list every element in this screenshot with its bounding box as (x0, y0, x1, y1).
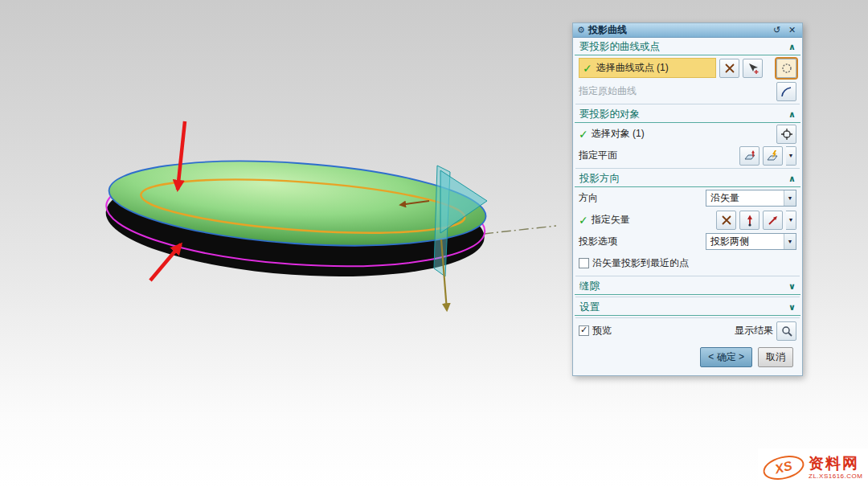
plane-flash-icon (767, 149, 780, 162)
section-header-settings[interactable]: 设置 ∨ (575, 299, 800, 316)
section-header-curves[interactable]: 要投影的曲线或点 ∧ (575, 39, 800, 55)
vector-options-dropdown[interactable]: ▼ (786, 211, 796, 230)
curve-rule-icon (780, 62, 793, 75)
cross-arrows-icon (720, 214, 733, 227)
projection-option-label: 投影选项 (579, 235, 617, 248)
chevron-down-icon[interactable]: ▼ (784, 234, 796, 249)
direction-dropdown-value: 沿矢量 (706, 191, 784, 205)
dialog-titlebar[interactable]: ⚙ 投影曲线 ↺ ✕ (573, 23, 802, 38)
vector-inferred-button[interactable] (763, 211, 783, 230)
dialog-buttons: < 确定 > 取消 (575, 342, 800, 375)
nearest-point-checkbox[interactable] (579, 258, 589, 268)
construction-dash-line (484, 226, 556, 234)
check-icon: ✓ (583, 63, 592, 74)
deselect-all-button[interactable] (719, 59, 739, 78)
watermark-text: 资料网 ZL.XS1616.COM (809, 456, 862, 480)
cross-arrows-icon (723, 62, 736, 75)
group-separator (575, 317, 800, 318)
chevron-down-icon[interactable]: ∨ (788, 302, 796, 313)
group-separator (575, 168, 800, 169)
up-arrow-dot-icon (743, 214, 756, 227)
plane-options-dropdown[interactable]: ▼ (786, 146, 796, 166)
watermark-url: ZL.XS1616.COM (809, 473, 862, 480)
check-icon: ✓ (579, 129, 588, 140)
project-curve-dialog: ⚙ 投影曲线 ↺ ✕ 要投影的曲线或点 ∧ ✓ 选择曲线或点 (1) (572, 23, 803, 376)
watermark-logo-text: XS (773, 459, 793, 477)
point-constructor-button[interactable] (743, 59, 763, 78)
ok-button[interactable]: < 确定 > (700, 347, 752, 367)
cancel-button[interactable]: 取消 (758, 347, 793, 367)
projection-option-value: 投影两侧 (706, 235, 784, 248)
specify-vector-label: 指定矢量 (592, 213, 630, 227)
crosshair-icon (780, 128, 793, 141)
plane-dialog-button[interactable] (739, 146, 760, 166)
curve-rule-button[interactable] (776, 59, 796, 78)
plane-inferred-button[interactable] (763, 146, 783, 166)
group-separator (575, 297, 800, 297)
close-icon[interactable]: ✕ (786, 26, 798, 35)
specify-vector-row[interactable]: ✓ 指定矢量 (575, 209, 800, 231)
group-separator (575, 104, 800, 104)
preview-checkbox[interactable]: ✓ (579, 325, 589, 336)
original-curve-button[interactable] (776, 82, 796, 101)
section-settings-label: 设置 (579, 301, 788, 314)
projection-option-dropdown[interactable]: 投影两侧 ▼ (706, 233, 796, 250)
gear-icon: ⚙ (577, 26, 585, 35)
specify-plane-row[interactable]: 指定平面 ▼ (575, 145, 800, 166)
application-window: ⚙ 投影曲线 ↺ ✕ 要投影的曲线或点 ∧ ✓ 选择曲线或点 (1) (0, 0, 868, 487)
vector-icon (767, 214, 780, 227)
dialog-title: 投影曲线 (588, 23, 768, 37)
select-object-label: 选择对象 (1) (592, 127, 645, 141)
projection-option-row: 投影选项 投影两侧 ▼ (575, 231, 800, 252)
vector-dialog-button[interactable] (739, 211, 760, 230)
section-curves-label: 要投影的曲线或点 (579, 40, 788, 54)
original-curve-label: 指定原始曲线 (579, 84, 637, 98)
section-header-gap[interactable]: 缝隙 ∨ (575, 278, 800, 295)
chevron-up-icon[interactable]: ∧ (788, 42, 796, 52)
check-icon: ✓ (580, 325, 588, 334)
watermark: XS 资料网 ZL.XS1616.COM (758, 448, 868, 487)
plane-arrow-icon (743, 149, 756, 162)
original-curve-row: 指定原始曲线 (575, 80, 800, 102)
direction-row: 方向 沿矢量 ▼ (575, 187, 800, 209)
nearest-point-label: 沿矢量投影到最近的点 (592, 256, 689, 270)
magnifier-icon (780, 325, 793, 338)
preview-label: 预览 (592, 324, 612, 338)
section-gap-label: 缝隙 (579, 280, 788, 293)
check-icon: ✓ (579, 215, 588, 226)
group-separator (575, 276, 800, 276)
dialog-body: 要投影的曲线或点 ∧ ✓ 选择曲线或点 (1) (573, 38, 802, 375)
chevron-down-icon[interactable]: ∨ (788, 281, 796, 292)
preview-row: ✓ 预览 显示结果 (575, 320, 800, 342)
section-direction-label: 投影方向 (579, 172, 788, 186)
select-face-button[interactable] (776, 125, 796, 144)
curve-icon (780, 85, 793, 98)
watermark-name: 资料网 (809, 456, 859, 473)
section-objects-label: 要投影的对象 (579, 108, 788, 121)
select-curve-row: ✓ 选择曲线或点 (1) (575, 55, 800, 80)
show-result-button[interactable] (776, 321, 796, 341)
specify-plane-label: 指定平面 (579, 149, 617, 162)
select-curve-label: 选择曲线或点 (1) (596, 61, 669, 75)
chevron-down-icon[interactable]: ▼ (784, 190, 796, 206)
direction-dropdown[interactable]: 沿矢量 ▼ (706, 190, 796, 207)
section-header-objects[interactable]: 要投影的对象 ∧ (575, 106, 800, 123)
select-curve-field[interactable]: ✓ 选择曲线或点 (1) (579, 58, 716, 78)
select-object-row[interactable]: ✓ 选择对象 (1) (575, 123, 800, 145)
nearest-point-row: 沿矢量投影到最近的点 (575, 252, 800, 274)
reverse-vector-button[interactable] (716, 211, 736, 230)
watermark-logo: XS (760, 452, 806, 484)
show-result-label: 显示结果 (735, 324, 773, 338)
section-header-direction[interactable]: 投影方向 ∧ (575, 170, 800, 187)
direction-label: 方向 (579, 191, 598, 205)
chevron-up-icon[interactable]: ∧ (788, 109, 796, 120)
chevron-up-icon[interactable]: ∧ (788, 174, 796, 184)
point-constructor-icon (747, 62, 760, 75)
reset-icon[interactable]: ↺ (771, 26, 783, 35)
